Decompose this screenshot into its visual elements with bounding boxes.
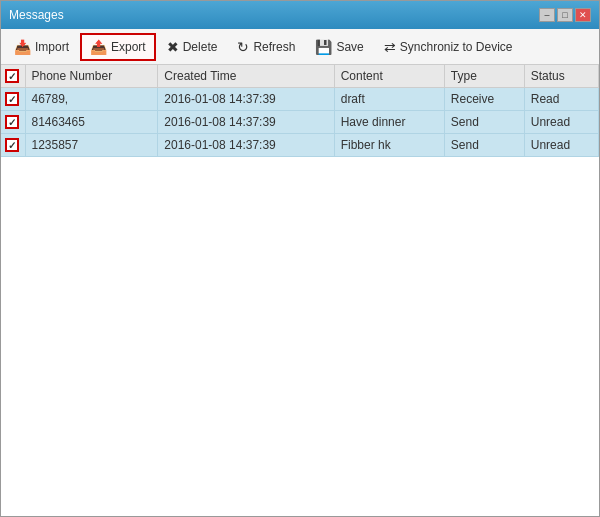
checkbox-header[interactable] [1, 65, 25, 88]
row-checkbox-1[interactable] [5, 115, 19, 129]
refresh-button[interactable]: ↻ Refresh [228, 33, 304, 61]
maximize-button[interactable]: □ [557, 8, 573, 22]
row-content: Have dinner [334, 111, 444, 134]
row-checkbox-cell[interactable] [1, 111, 25, 134]
row-phone: 1235857 [25, 134, 158, 157]
row-checkbox-cell[interactable] [1, 134, 25, 157]
refresh-label: Refresh [253, 40, 295, 54]
row-content: draft [334, 88, 444, 111]
sync-icon: ⇄ [384, 39, 396, 55]
save-label: Save [336, 40, 363, 54]
row-checkbox-2[interactable] [5, 138, 19, 152]
messages-window: Messages – □ ✕ 📥 Import 📤 Export ✖ Delet… [0, 0, 600, 517]
row-created-time: 2016-01-08 14:37:39 [158, 111, 334, 134]
window-controls: – □ ✕ [539, 8, 591, 22]
row-phone: 46789, [25, 88, 158, 111]
row-status: Unread [524, 111, 598, 134]
close-button[interactable]: ✕ [575, 8, 591, 22]
row-type: Send [444, 111, 524, 134]
row-phone: 81463465 [25, 111, 158, 134]
row-type: Receive [444, 88, 524, 111]
status-header: Status [524, 65, 598, 88]
sync-label: Synchroniz to Device [400, 40, 513, 54]
table-row: 46789,2016-01-08 14:37:39draftReceiveRea… [1, 88, 599, 111]
row-checkbox-0[interactable] [5, 92, 19, 106]
row-content: Fibber hk [334, 134, 444, 157]
title-bar: Messages – □ ✕ [1, 1, 599, 29]
import-icon: 📥 [14, 39, 31, 55]
toolbar: 📥 Import 📤 Export ✖ Delete ↻ Refresh 💾 S… [1, 29, 599, 65]
delete-label: Delete [183, 40, 218, 54]
window-title: Messages [9, 8, 64, 22]
row-created-time: 2016-01-08 14:37:39 [158, 88, 334, 111]
select-all-checkbox[interactable] [5, 69, 19, 83]
created-time-header: Created Time [158, 65, 334, 88]
row-checkbox-cell[interactable] [1, 88, 25, 111]
import-label: Import [35, 40, 69, 54]
export-button[interactable]: 📤 Export [80, 33, 156, 61]
row-created-time: 2016-01-08 14:37:39 [158, 134, 334, 157]
messages-table: Phone Number Created Time Content Type S… [1, 65, 599, 157]
save-icon: 💾 [315, 39, 332, 55]
table-header-row: Phone Number Created Time Content Type S… [1, 65, 599, 88]
save-button[interactable]: 💾 Save [306, 33, 372, 61]
minimize-button[interactable]: – [539, 8, 555, 22]
delete-button[interactable]: ✖ Delete [158, 33, 227, 61]
table-row: 814634652016-01-08 14:37:39Have dinnerSe… [1, 111, 599, 134]
delete-icon: ✖ [167, 39, 179, 55]
sync-button[interactable]: ⇄ Synchroniz to Device [375, 33, 522, 61]
export-label: Export [111, 40, 146, 54]
phone-number-header: Phone Number [25, 65, 158, 88]
row-type: Send [444, 134, 524, 157]
content-area: Phone Number Created Time Content Type S… [1, 65, 599, 516]
row-status: Unread [524, 134, 598, 157]
content-header: Content [334, 65, 444, 88]
row-status: Read [524, 88, 598, 111]
export-icon: 📤 [90, 39, 107, 55]
import-button[interactable]: 📥 Import [5, 33, 78, 61]
table-row: 12358572016-01-08 14:37:39Fibber hkSendU… [1, 134, 599, 157]
refresh-icon: ↻ [237, 39, 249, 55]
type-header: Type [444, 65, 524, 88]
